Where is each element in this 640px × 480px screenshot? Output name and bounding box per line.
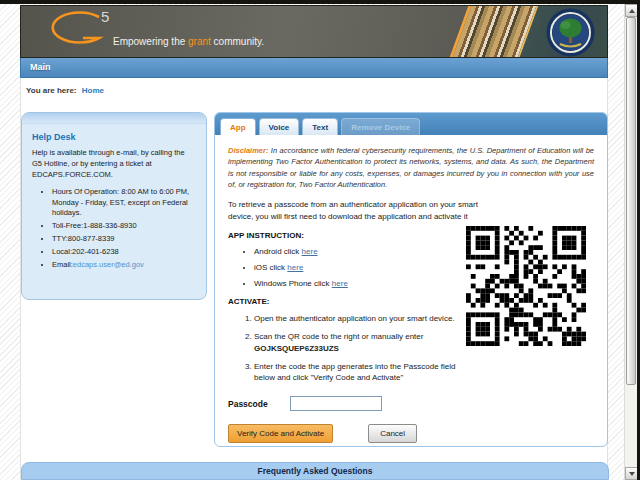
verify-code-and-activate-button[interactable]: Verify Code and Activate [228,424,333,443]
main-nav-title: Main [30,62,51,72]
main-nav-bar: Main [20,58,608,78]
passcode-input[interactable] [290,396,382,411]
help-desk-list: Hours Of Operation: 8:00 AM to 6:00 PM, … [52,187,196,271]
tab-text[interactable]: Text [302,118,338,135]
scrollbar-thumb[interactable] [626,17,636,385]
header-tagline: Empowering the grant community. [113,36,264,47]
list-item: Toll-Free:1-888-336-8930 [52,221,196,232]
content-area: You are here: Home Help Desk Help is ava… [20,78,608,480]
passcode-label: Passcode [228,399,290,409]
help-desk-panel: Help Desk Help is available through e-ma… [21,112,207,300]
cancel-button[interactable]: Cancel [368,424,417,443]
android-here-link[interactable]: here [302,247,318,256]
windows-phone-here-link[interactable]: here [332,279,348,288]
intro-text: To retrieve a passcode from an authentic… [228,199,488,222]
list-item: Open the authenticator application on yo… [254,313,469,324]
help-desk-panel-header [22,113,206,124]
qr-code [459,221,593,351]
list-item: Enter the code the app generates into th… [254,361,469,383]
list-item: Android click here [254,247,464,256]
breadcrumb-home-link[interactable]: Home [82,86,104,95]
breadcrumb: You are here: Home [21,78,607,95]
list-item-email: Email:edcaps.user@ed.gov [52,260,196,271]
header-banner: 5 Empowering the grant community. [20,5,608,58]
ios-here-link[interactable]: here [287,263,303,272]
tab-voice[interactable]: Voice [259,118,300,135]
faq-bar[interactable]: Frequently Asked Questions [21,462,609,480]
page-container: 5 Empowering the grant community. Main Y… [20,5,608,480]
disclaimer-label: Disclaimer: [228,146,268,155]
list-item: Hours Of Operation: 8:00 AM to 6:00 PM, … [52,187,196,220]
tab-app[interactable]: App [220,118,256,135]
list-item: iOS click here [254,263,464,272]
manual-entry-code: GOJKSQUEP6Z33UZS [254,343,469,354]
tab-remove-device[interactable]: Remove Device [341,118,420,135]
vertical-scrollbar[interactable] [624,4,637,480]
list-item: Local:202-401-6238 [52,247,196,258]
tab-strip: App Voice Text Remove Device [215,113,607,135]
g5-logo-icon: 5 [43,10,123,56]
list-item: Scan the QR code to the right or manuall… [254,331,469,353]
window-top-edge [0,0,640,4]
list-item: Windows Phone click here [254,279,464,288]
breadcrumb-label: You are here: [26,86,77,95]
list-item: TTY:800-877-8339 [52,234,196,245]
help-desk-title: Help Desk [32,132,196,142]
disclaimer-text: Disclaimer: In accordance with federal c… [228,145,594,190]
activate-steps-list: Open the authenticator application on yo… [254,313,469,383]
department-of-education-seal-icon [546,8,595,58]
app-links-list: Android click here iOS click here Window… [254,247,464,288]
two-factor-panel: App Voice Text Remove Device Disclaimer:… [214,112,608,447]
help-desk-email-link[interactable]: edcaps.user@ed.gov [73,260,144,269]
g5-logo-five: 5 [101,8,110,25]
help-desk-intro: Help is available through e-mail, by cal… [32,148,196,181]
